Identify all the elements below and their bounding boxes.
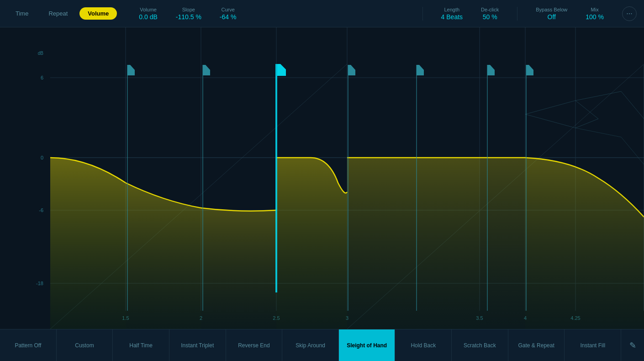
slope-label: Slope bbox=[182, 7, 195, 12]
slope-value[interactable]: -110.5 % bbox=[176, 13, 201, 21]
preset-pattern-off[interactable]: Pattern Off bbox=[0, 329, 57, 361]
curve-label: Curve bbox=[221, 7, 234, 12]
divider-1 bbox=[422, 7, 423, 21]
declick-label: De-click bbox=[481, 7, 499, 12]
preset-custom[interactable]: Custom bbox=[57, 329, 113, 361]
svg-marker-44 bbox=[526, 65, 533, 75]
preset-half-time[interactable]: Half Time bbox=[113, 329, 169, 361]
tab-time[interactable]: Time bbox=[7, 7, 37, 20]
preset-instant-triplet[interactable]: Instant Triplet bbox=[169, 329, 226, 361]
more-button[interactable]: ··· bbox=[622, 6, 637, 21]
declick-value[interactable]: 50 % bbox=[483, 13, 497, 21]
volume-param: Volume 0.0 dB bbox=[139, 7, 157, 21]
svg-text:-18: -18 bbox=[36, 281, 43, 286]
preset-instant-fill[interactable]: Instant Fill bbox=[565, 329, 621, 361]
mix-value[interactable]: 100 % bbox=[586, 13, 604, 21]
svg-marker-35 bbox=[203, 65, 210, 75]
preset-sleight-of-hand[interactable]: Sleight of Hand bbox=[339, 329, 396, 361]
mix-param: Mix 100 % bbox=[586, 7, 604, 21]
preset-scratch-back[interactable]: Scratch Back bbox=[452, 329, 508, 361]
svg-text:6: 6 bbox=[41, 75, 43, 80]
length-label: Length bbox=[444, 7, 460, 12]
length-param: Length 4 Beats bbox=[441, 7, 463, 21]
svg-text:-6: -6 bbox=[39, 207, 43, 213]
right-params: Length 4 Beats De-click 50 % Bypass Belo… bbox=[422, 6, 637, 21]
chart-area: 6 0 -6 -18 dB 1.5 2 2.5 3 3.5 4 4.25 bbox=[0, 27, 644, 329]
edit-button[interactable]: ✎ bbox=[621, 329, 644, 361]
svg-text:dB: dB bbox=[38, 51, 44, 56]
tab-repeat[interactable]: Repeat bbox=[40, 7, 76, 20]
preset-reverse-end[interactable]: Reverse End bbox=[226, 329, 283, 361]
header: Time Repeat Volume Volume 0.0 dB Slope -… bbox=[0, 0, 644, 27]
bypass-param: Bypass Below Off bbox=[536, 7, 567, 21]
chart-svg: 6 0 -6 -18 dB 1.5 2 2.5 3 3.5 4 4.25 bbox=[0, 27, 644, 329]
length-value[interactable]: 4 Beats bbox=[441, 13, 463, 21]
svg-marker-38 bbox=[348, 65, 355, 75]
svg-text:0: 0 bbox=[41, 155, 43, 160]
preset-gate-repeat[interactable]: Gate & Repeat bbox=[508, 329, 565, 361]
declick-param: De-click 50 % bbox=[481, 7, 499, 21]
svg-marker-33 bbox=[127, 65, 135, 75]
svg-rect-32 bbox=[275, 64, 277, 292]
slope-param: Slope -110.5 % bbox=[176, 7, 201, 21]
bypass-value[interactable]: Off bbox=[548, 13, 556, 21]
preset-hold-back[interactable]: Hold Back bbox=[395, 329, 452, 361]
tab-volume[interactable]: Volume bbox=[79, 7, 117, 20]
header-params: Volume 0.0 dB Slope -110.5 % Curve -64 %… bbox=[139, 6, 637, 21]
divider-2 bbox=[517, 7, 517, 21]
preset-skip-around[interactable]: Skip Around bbox=[282, 329, 339, 361]
svg-marker-37 bbox=[277, 64, 286, 76]
volume-value[interactable]: 0.0 dB bbox=[139, 13, 157, 21]
curve-value[interactable]: -64 % bbox=[220, 13, 237, 21]
mix-label: Mix bbox=[591, 7, 599, 12]
volume-label: Volume bbox=[140, 7, 157, 12]
bottom-bar: Pattern OffCustomHalf TimeInstant Triple… bbox=[0, 329, 644, 361]
bypass-label: Bypass Below bbox=[536, 7, 567, 12]
svg-marker-42 bbox=[487, 65, 495, 75]
svg-marker-40 bbox=[417, 65, 424, 75]
curve-param: Curve -64 % bbox=[220, 7, 237, 21]
